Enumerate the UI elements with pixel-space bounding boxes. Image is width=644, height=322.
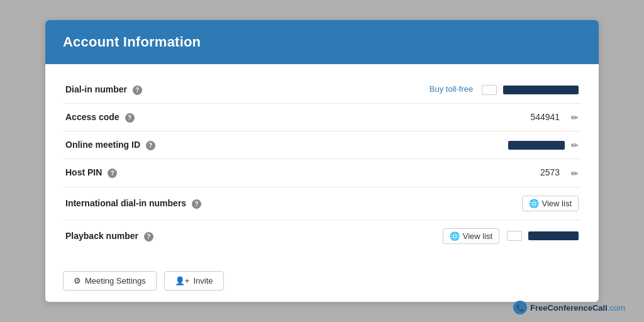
globe-icon: 🌐 [529,199,539,208]
host-pin-edit-icon[interactable]: ✏ [571,169,579,179]
online-meeting-id-redacted [508,141,565,150]
playback-view-list-button[interactable]: 🌐 View list [443,228,499,244]
online-meeting-id-edit-icon[interactable]: ✏ [571,140,579,150]
access-code-edit-icon[interactable]: ✏ [571,113,579,123]
international-dial-label: International dial-in numbers ? [63,187,239,219]
host-pin-help-icon[interactable]: ? [108,169,117,178]
online-meeting-id-help-icon[interactable]: ? [146,141,155,150]
access-code-help-icon[interactable]: ? [125,113,135,123]
table-row: International dial-in numbers ? 🌐 View l… [63,187,581,219]
globe-icon-playback: 🌐 [450,231,460,241]
brand-logo: 📞 [513,301,527,314]
dial-in-label: Dial-in number ? [63,75,239,103]
international-dial-value: 🌐 View list [239,187,581,219]
page-title: Account Information [63,34,581,50]
invite-icon: 👤+ [175,276,190,286]
page-wrapper: Account Information Dial-in number ? Buy… [0,0,644,322]
host-pin-text: 2573 [540,167,560,177]
info-table: Dial-in number ? Buy toll-free [63,75,581,252]
playback-number-value: 🌐 View list [239,219,581,252]
online-meeting-id-value: ✏ [239,131,581,159]
dial-in-value: Buy toll-free [239,75,581,103]
table-row: Dial-in number ? Buy toll-free [63,75,581,103]
brand-bar: 📞 FreeConferenceCall.com [513,301,625,314]
playback-number-help-icon[interactable]: ? [144,232,153,242]
playback-number-label: Playback number ? [63,219,239,252]
international-view-list-button[interactable]: 🌐 View list [522,196,579,211]
card-header: Account Information [45,20,599,64]
card-footer: ⚙ Meeting Settings 👤+ Invite [45,261,599,302]
playback-redacted [528,231,579,240]
brand-name: FreeConferenceCall.com [530,303,625,313]
access-code-value: 544941 ✏ [239,103,581,131]
international-dial-help-icon[interactable]: ? [192,199,201,209]
usa-flag-icon [482,85,497,95]
table-row: Online meeting ID ? ✏ [63,131,581,159]
table-row: Playback number ? 🌐 View list [63,219,581,252]
table-row: Access code ? 544941 ✏ [63,103,581,131]
table-row: Host PIN ? 2573 ✏ [63,159,581,187]
access-code-text: 544941 [530,112,560,122]
access-code-label: Access code ? [63,103,239,131]
gear-icon: ⚙ [74,276,81,286]
dial-in-help-icon[interactable]: ? [133,86,142,95]
card-body: Dial-in number ? Buy toll-free [45,64,599,260]
host-pin-label: Host PIN ? [63,159,239,187]
usa-flag-icon-playback [507,231,522,241]
meeting-settings-button[interactable]: ⚙ Meeting Settings [63,271,157,291]
host-pin-value: 2573 ✏ [239,159,581,187]
dial-in-redacted [503,86,579,94]
account-info-card: Account Information Dial-in number ? Buy… [45,20,599,301]
invite-button[interactable]: 👤+ Invite [164,271,224,291]
online-meeting-id-label: Online meeting ID ? [63,131,239,159]
buy-toll-free-link[interactable]: Buy toll-free [430,84,473,94]
